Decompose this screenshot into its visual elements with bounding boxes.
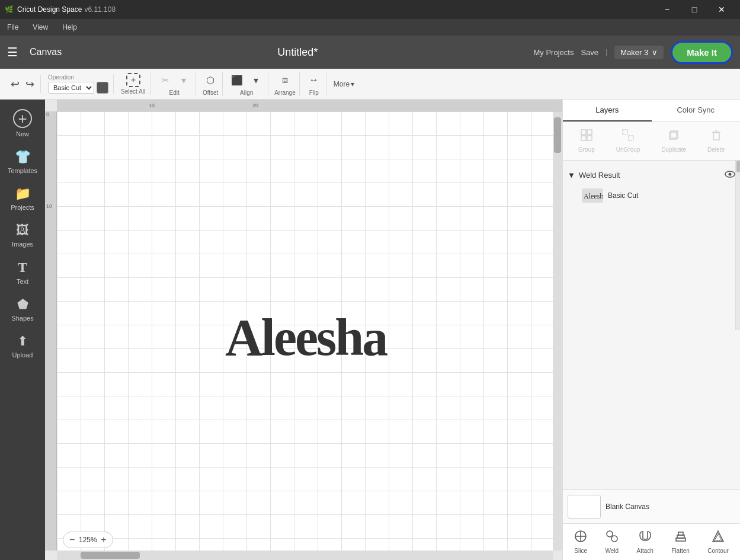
delete-icon — [710, 129, 722, 144]
select-all-group: ＋ Select All — [116, 73, 150, 95]
attach-label: Attach — [637, 548, 653, 554]
align-dropdown[interactable]: ▾ — [248, 72, 264, 88]
slice-action[interactable]: Slice — [569, 527, 592, 556]
zoom-controls: − 125% + — [63, 532, 113, 548]
contour-action[interactable]: Contour — [703, 527, 733, 556]
toolbar: ↩ ↪ Operation Basic Cut Score Draw ＋ Sel… — [0, 69, 740, 100]
weld-result-arrow[interactable]: ▼ — [568, 171, 575, 180]
maximize-button[interactable]: □ — [681, 0, 708, 19]
my-projects-link[interactable]: My Projects — [534, 48, 574, 57]
edit-button[interactable]: ✂ — [156, 72, 173, 88]
sidebar-item-shapes[interactable]: ⬟ Shapes — [2, 292, 43, 327]
menu-file[interactable]: File — [5, 22, 21, 33]
svg-rect-2 — [587, 130, 592, 135]
arrange-group: ⧈ Arrange — [271, 72, 300, 96]
sidebar-item-projects[interactable]: 📁 Projects — [2, 181, 43, 216]
make-it-button[interactable]: Make It — [671, 41, 733, 64]
contour-label: Contour — [707, 548, 729, 554]
sidebar-item-new[interactable]: + New — [2, 104, 43, 142]
layers-scrollbar[interactable] — [735, 161, 740, 330]
group-label: Group — [578, 146, 595, 153]
projects-icon: 📁 — [15, 186, 31, 201]
sidebar-item-templates[interactable]: 👕 Templates — [2, 145, 43, 179]
sidebar-text-label: Text — [17, 278, 28, 285]
panel-tabs: Layers Color Sync — [563, 100, 740, 122]
panel-footer: Blank Canvas — [563, 489, 740, 523]
blank-canvas-thumbnail — [568, 495, 601, 519]
menu-help[interactable]: Help — [60, 22, 79, 33]
app-icon: 🌿 — [5, 5, 14, 14]
new-icon: + — [13, 109, 32, 128]
ruler-mark-v-0: 0 — [46, 111, 49, 117]
flatten-action[interactable]: Flatten — [667, 527, 694, 556]
sidebar-item-upload[interactable]: ⬆ Upload — [2, 329, 43, 363]
flip-button[interactable]: ↔ — [306, 72, 322, 88]
horizontal-scrollbar-thumb[interactable] — [81, 552, 140, 559]
canvas-grid: Aleesha — [57, 111, 562, 551]
group-icon — [581, 129, 592, 144]
tab-layers[interactable]: Layers — [563, 100, 652, 121]
flip-label: Flip — [309, 89, 319, 96]
align-label: Align — [240, 89, 253, 96]
app-version: v6.11.108 — [84, 5, 116, 14]
panel-spacer — [563, 330, 740, 490]
menubar: File View Help — [0, 19, 740, 36]
arrange-button[interactable]: ⧈ — [277, 72, 293, 88]
slice-label: Slice — [574, 548, 587, 554]
group-action[interactable]: Group — [576, 127, 597, 155]
horizontal-scrollbar[interactable] — [57, 551, 553, 560]
color-swatch[interactable] — [97, 82, 108, 94]
minimize-button[interactable]: − — [653, 0, 681, 19]
edit-group: ✂ ▾ Edit — [153, 72, 196, 96]
tab-color-sync[interactable]: Color Sync — [652, 100, 741, 121]
redo-button[interactable]: ↪ — [23, 75, 37, 93]
duplicate-action[interactable]: Duplicate — [659, 127, 688, 155]
ungroup-action[interactable]: UnGroup — [614, 127, 643, 155]
select-all-icon: ＋ — [126, 73, 140, 87]
hamburger-menu[interactable]: ☰ — [7, 45, 18, 59]
operation-select[interactable]: Basic Cut Score Draw — [48, 82, 94, 94]
more-button[interactable]: More ▾ — [329, 76, 359, 92]
sidebar-images-label: Images — [12, 241, 33, 248]
svg-point-18 — [607, 531, 613, 537]
visibility-toggle[interactable] — [725, 169, 735, 181]
attach-action[interactable]: Attach — [632, 527, 658, 556]
duplicate-icon — [668, 129, 680, 144]
app-title: Cricut Design Space — [17, 5, 82, 14]
vertical-scrollbar[interactable] — [553, 111, 562, 551]
more-label: More — [334, 80, 350, 88]
sidebar-item-text[interactable]: T Text — [2, 255, 43, 290]
svg-text:Aleesha: Aleesha — [584, 192, 603, 200]
svg-point-19 — [611, 536, 617, 542]
offset-button[interactable]: ⬡ — [202, 72, 219, 88]
menu-view[interactable]: View — [30, 22, 50, 33]
weld-action[interactable]: Weld — [601, 527, 624, 556]
weld-result-header: ▼ Weld Result — [568, 165, 735, 185]
vertical-scrollbar-thumb[interactable] — [554, 117, 561, 153]
close-button[interactable]: ✕ — [708, 0, 735, 19]
weld-icon — [606, 530, 619, 546]
flatten-icon — [674, 530, 687, 546]
aleesha-svg: Aleesha — [219, 299, 421, 370]
align-button[interactable]: ⬛ — [229, 72, 245, 88]
select-all-label[interactable]: Select All — [121, 88, 145, 95]
layers-scrollbar-thumb[interactable] — [736, 161, 740, 172]
templates-icon: 👕 — [15, 149, 31, 165]
flip-group: ↔ Flip — [302, 72, 326, 96]
sidebar-item-images[interactable]: 🖼 Images — [2, 218, 43, 252]
delete-action[interactable]: Delete — [705, 127, 727, 155]
edit-dropdown[interactable]: ▾ — [175, 72, 192, 88]
project-title: Untitled* — [69, 46, 526, 59]
machine-selector[interactable]: Maker 3 ∨ — [614, 46, 664, 59]
undo-button[interactable]: ↩ — [8, 75, 22, 93]
blank-canvas-label: Blank Canvas — [606, 503, 649, 511]
operation-label: Operation — [48, 74, 108, 81]
machine-name: Maker 3 — [620, 48, 648, 57]
zoom-in-button[interactable]: + — [101, 535, 106, 545]
svg-rect-6 — [629, 136, 633, 140]
save-button[interactable]: Save — [581, 48, 598, 57]
canvas-area[interactable]: 10 20 0 10 Aleesha − 125% — [45, 100, 562, 560]
svg-point-13 — [729, 173, 732, 176]
zoom-out-button[interactable]: − — [69, 535, 75, 545]
layer-item[interactable]: Aleesha Basic Cut — [577, 185, 735, 206]
